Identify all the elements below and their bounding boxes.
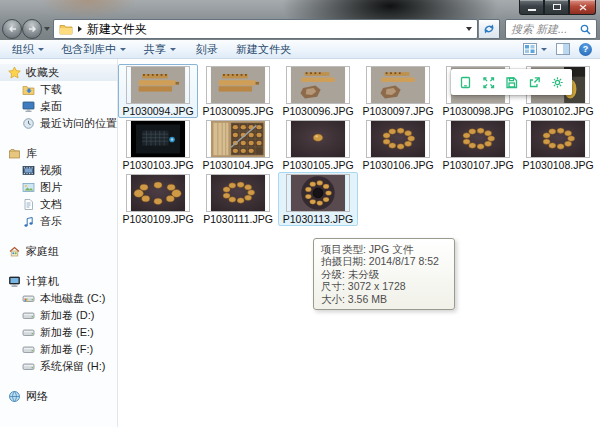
window-capture-button[interactable] [457, 74, 474, 91]
back-button[interactable] [2, 19, 22, 39]
save-icon [505, 76, 518, 89]
thumbnail [287, 175, 349, 211]
sidebar-label: 最近访问的位置 [40, 116, 117, 131]
save-button[interactable] [503, 74, 520, 91]
computer-icon [8, 275, 21, 288]
thumbnail [287, 67, 349, 103]
sidebar-item-drive-d[interactable]: 新加卷 (D:) [0, 307, 117, 324]
change-view-button[interactable] [523, 43, 547, 55]
close-icon [579, 4, 587, 11]
file-P1030095[interactable]: P1030095.JPG [198, 64, 278, 118]
sidebar-label: 文档 [40, 197, 62, 212]
views-icon [523, 43, 537, 55]
breadcrumb[interactable]: 新建文件夹 [87, 21, 147, 38]
new-folder-label: 新建文件夹 [236, 42, 291, 57]
new-folder-button[interactable]: 新建文件夹 [236, 42, 291, 57]
search-input[interactable]: 搜索 新建... [505, 19, 597, 39]
music-icon [22, 215, 35, 228]
sidebar-item-drive-f[interactable]: 新加卷 (F:) [0, 341, 117, 358]
sidebar-label: 下载 [40, 82, 62, 97]
file-name: P1030111.JPG [203, 213, 273, 225]
file-row: P1030109.JPG P1030111.JPG P1030113.JPG [118, 172, 598, 226]
file-tooltip: 项目类型: JPG 文件 拍摄日期: 2014/8/17 8:52 分级: 未分… [313, 238, 455, 310]
sidebar-label: 本地磁盘 (C:) [40, 291, 105, 306]
file-P1030109[interactable]: P1030109.JPG [118, 172, 198, 226]
sidebar-item-desktop[interactable]: 桌面 [0, 98, 117, 115]
address-bar[interactable]: 新建文件夹 [53, 19, 478, 39]
export-icon [528, 76, 541, 89]
file-P1030106[interactable]: P1030106.JPG [358, 118, 438, 172]
command-bar-right: ? [523, 40, 592, 58]
thumbnail [527, 121, 589, 157]
sidebar-item-recent-places[interactable]: 最近访问的位置 [0, 115, 117, 132]
sidebar-item-downloads[interactable]: 下载 [0, 81, 117, 98]
share-button[interactable]: 共享 [144, 42, 176, 57]
file-name: P1030104.JPG [202, 159, 273, 171]
close-button[interactable] [569, 0, 596, 15]
network-icon [8, 390, 21, 403]
file-P1030107[interactable]: P1030107.JPG [438, 118, 518, 172]
tooltip-size: 大小: 3.56 MB [321, 293, 447, 305]
sidebar-item-music[interactable]: 音乐 [0, 213, 117, 230]
minimize-button[interactable] [519, 0, 544, 15]
organize-button[interactable]: 组织 [12, 42, 44, 57]
sidebar-item-network[interactable]: 网络 [0, 388, 117, 405]
file-P1030105[interactable]: P1030105.JPG [278, 118, 358, 172]
fullscreen-capture-button[interactable] [480, 74, 497, 91]
file-name: P1030102.JPG [522, 105, 593, 117]
address-dropdown-icon[interactable] [466, 27, 472, 31]
help-button[interactable]: ? [579, 43, 592, 56]
file-P1030097[interactable]: P1030097.JPG [358, 64, 438, 118]
file-name: P1030094.JPG [122, 105, 193, 117]
sidebar-item-pictures[interactable]: 图片 [0, 179, 117, 196]
maximize-button[interactable] [544, 0, 569, 15]
sidebar-item-homegroup[interactable]: 家庭组 [0, 243, 117, 260]
thumbnail [207, 175, 269, 211]
file-name: P1030109.JPG [122, 213, 193, 225]
forward-button[interactable] [22, 19, 42, 39]
file-name: P1030105.JPG [282, 159, 353, 171]
file-P1030104[interactable]: P1030104.JPG [198, 118, 278, 172]
drive-icon [22, 309, 35, 322]
sidebar-item-documents[interactable]: 文档 [0, 196, 117, 213]
maximize-icon [553, 4, 561, 10]
file-P1030108[interactable]: P1030108.JPG [518, 118, 598, 172]
sidebar-label: 收藏夹 [26, 65, 59, 80]
export-button[interactable] [526, 74, 543, 91]
tooltip-date-taken: 拍摄日期: 2014/8/17 8:52 [321, 255, 447, 267]
chevron-down-icon [120, 48, 126, 51]
refresh-button[interactable] [479, 19, 500, 39]
sidebar-item-drive-e[interactable]: 新加卷 (E:) [0, 324, 117, 341]
fullscreen-icon [482, 76, 495, 89]
file-P1030096[interactable]: P1030096.JPG [278, 64, 358, 118]
desktop-icon [22, 100, 35, 113]
refresh-icon [483, 23, 495, 35]
preview-pane-button[interactable] [556, 43, 570, 55]
sidebar-item-drive-c[interactable]: 本地磁盘 (C:) [0, 290, 117, 307]
recent-places-icon [22, 117, 35, 130]
share-label: 共享 [144, 42, 166, 57]
file-P1030094[interactable]: P1030094.JPG [118, 64, 198, 118]
sidebar-item-computer[interactable]: 计算机 [0, 273, 117, 290]
burn-button[interactable]: 刻录 [196, 42, 218, 57]
file-P1030111[interactable]: P1030111.JPG [198, 172, 278, 226]
breadcrumb-arrow-icon[interactable] [78, 26, 82, 32]
chevron-down-icon [541, 48, 547, 51]
help-icon: ? [583, 44, 589, 54]
recent-pages-dropdown-icon[interactable] [44, 27, 50, 31]
file-name: P1030106.JPG [362, 159, 433, 171]
sidebar-item-videos[interactable]: 视频 [0, 162, 117, 179]
file-P1030103[interactable]: P1030103.JPG [118, 118, 198, 172]
chevron-down-icon [170, 48, 176, 51]
include-in-library-button[interactable]: 包含到库中 [61, 42, 126, 57]
thumbnail [287, 121, 349, 157]
settings-button[interactable] [549, 74, 566, 91]
sidebar-item-libraries[interactable]: 库 [0, 145, 117, 162]
sidebar-item-drive-h[interactable]: 系统保留 (H:) [0, 358, 117, 375]
sidebar-item-favorites[interactable]: 收藏夹 [0, 64, 117, 81]
libraries-icon [8, 147, 21, 160]
thumbnail [207, 67, 269, 103]
drive-icon [22, 360, 35, 373]
file-P1030113[interactable]: P1030113.JPG [278, 172, 358, 226]
search-icon[interactable] [580, 24, 591, 35]
